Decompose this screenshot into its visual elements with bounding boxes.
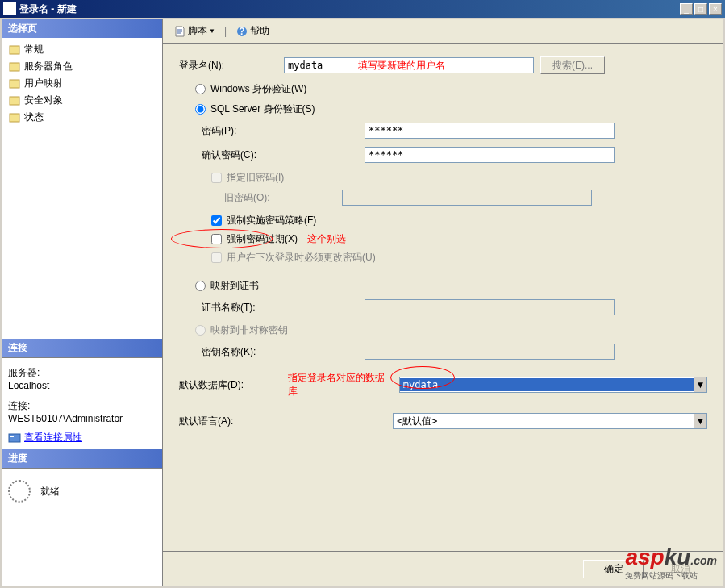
server-value: Localhost — [8, 380, 156, 391]
view-props-text: 查看连接属性 — [24, 431, 82, 444]
enforce-policy-row[interactable]: 强制实施密码策略(F) — [179, 214, 707, 227]
help-icon: ? — [235, 25, 248, 38]
progress-header: 进度 — [2, 449, 162, 468]
must-change-row: 用户在下次登录时必须更改密码(U) — [179, 251, 707, 265]
page-icon — [8, 94, 21, 107]
page-icon — [8, 60, 21, 73]
map-cert-radio-row[interactable]: 映射到证书 — [179, 279, 707, 293]
must-change-label: 用户在下次登录时必须更改密码(U) — [227, 251, 376, 265]
chevron-down-icon[interactable]: ▼ — [694, 377, 706, 392]
specify-old-password-label: 指定旧密码(I) — [227, 171, 284, 185]
watermark-brand1: asp — [625, 544, 664, 569]
sql-auth-radio-row[interactable]: SQL Server 身份验证(S) — [179, 102, 707, 116]
script-button[interactable]: 脚本 ▼ — [168, 22, 221, 40]
right-panel: 脚本 ▼ | ? 帮助 登录名(N): 填写要新建的用户名 搜索(E)... W… — [163, 19, 723, 586]
default-db-value: mydata — [400, 378, 694, 391]
script-label: 脚本 — [188, 24, 207, 38]
window-controls: _ □ × — [680, 3, 722, 15]
password-input[interactable] — [365, 123, 615, 139]
enforce-expiry-row[interactable]: 强制密码过期(X) 这个别选 — [179, 232, 707, 246]
must-change-checkbox — [211, 252, 222, 263]
windows-auth-radio[interactable] — [195, 84, 206, 94]
watermark: aspku.com 免费网站源码下载站 — [625, 544, 717, 582]
enforce-policy-label: 强制实施密码策略(F) — [227, 214, 316, 227]
map-asym-label: 映射到非对称密钥 — [210, 323, 288, 337]
specify-old-password-row: 指定旧密码(I) — [179, 171, 707, 185]
confirm-password-label: 确认密码(C): — [179, 148, 284, 162]
titlebar: 登录名 - 新建 _ □ × — [0, 0, 725, 18]
maximize-button[interactable]: □ — [694, 3, 707, 15]
toolbar-separator: | — [224, 26, 227, 37]
form-area: 登录名(N): 填写要新建的用户名 搜索(E)... Windows 身份验证(… — [163, 44, 723, 551]
old-password-input — [342, 190, 592, 206]
connection-header: 连接 — [2, 339, 162, 357]
confirm-password-input[interactable] — [365, 147, 615, 163]
svg-text:?: ? — [239, 26, 244, 37]
enforce-expiry-checkbox[interactable] — [211, 234, 222, 244]
connection-section: 服务器: Localhost 连接: WEST50107\Administrat… — [2, 357, 162, 449]
minimize-button[interactable]: _ — [680, 3, 693, 15]
db-annotation: 指定登录名对应的数据库 — [288, 371, 392, 398]
login-name-label: 登录名(N): — [179, 59, 284, 73]
help-button[interactable]: ? 帮助 — [230, 22, 275, 40]
default-lang-combo[interactable]: <默认值> ▼ — [393, 413, 707, 429]
sql-auth-radio[interactable] — [195, 104, 206, 115]
view-connection-properties-link[interactable]: 查看连接属性 — [8, 431, 156, 444]
help-label: 帮助 — [250, 24, 269, 38]
page-icon — [8, 44, 21, 56]
properties-icon — [8, 432, 21, 444]
page-icon — [8, 111, 21, 124]
chevron-down-icon: ▼ — [209, 27, 215, 35]
svg-rect-0 — [10, 46, 19, 54]
sidebar-item-status[interactable]: 状态 — [5, 109, 159, 126]
sidebar-item-label: 安全对象 — [24, 94, 63, 107]
watermark-brand2: ku — [665, 544, 691, 569]
page-list: 常规 服务器角色 用户映射 安全对象 状态 — [2, 38, 162, 339]
server-label: 服务器: — [8, 366, 156, 380]
watermark-sub: 免费网站源码下载站 — [625, 570, 717, 582]
svg-rect-6 — [10, 436, 14, 437]
password-label: 密码(P): — [179, 124, 284, 138]
chevron-down-icon[interactable]: ▼ — [694, 414, 706, 428]
login-name-input[interactable] — [284, 57, 534, 73]
sql-auth-label: SQL Server 身份验证(S) — [210, 102, 315, 116]
specify-old-password-checkbox — [211, 173, 222, 183]
map-asym-radio-row: 映射到非对称密钥 — [179, 323, 707, 337]
page-icon — [8, 77, 21, 90]
enforce-expiry-label: 强制密码过期(X) — [227, 232, 298, 246]
app-icon — [3, 2, 16, 15]
pages-header: 选择页 — [2, 19, 162, 38]
sidebar-item-label: 服务器角色 — [24, 60, 73, 73]
progress-spinner-icon — [8, 480, 31, 503]
sidebar-item-securables[interactable]: 安全对象 — [5, 92, 159, 109]
default-db-combo[interactable]: mydata ▼ — [399, 377, 707, 393]
sidebar-item-user-mapping[interactable]: 用户映射 — [5, 75, 159, 92]
connection-label: 连接: — [8, 399, 156, 413]
search-button[interactable]: 搜索(E)... — [540, 56, 605, 74]
script-icon — [173, 25, 186, 38]
progress-section: 就绪 — [2, 468, 162, 586]
key-name-input — [365, 344, 615, 360]
watermark-domain: .com — [690, 554, 717, 567]
progress-status: 就绪 — [40, 485, 60, 498]
sidebar-item-label: 状态 — [24, 111, 44, 124]
connection-value: WEST50107\Administrator — [8, 413, 156, 424]
sidebar-item-label: 用户映射 — [24, 77, 63, 90]
default-lang-label: 默认语言(A): — [179, 415, 284, 428]
svg-rect-5 — [9, 434, 20, 442]
svg-rect-3 — [10, 97, 19, 105]
map-cert-radio[interactable] — [195, 281, 206, 291]
window-title: 登录名 - 新建 — [19, 2, 680, 16]
svg-rect-1 — [10, 63, 19, 71]
sidebar-item-general[interactable]: 常规 — [5, 41, 159, 58]
map-cert-label: 映射到证书 — [210, 279, 259, 293]
close-button[interactable]: × — [709, 3, 722, 15]
enforce-policy-checkbox[interactable] — [211, 215, 222, 226]
svg-rect-2 — [10, 80, 19, 88]
expiry-annotation: 这个别选 — [307, 232, 346, 246]
sidebar-item-server-roles[interactable]: 服务器角色 — [5, 58, 159, 75]
toolbar: 脚本 ▼ | ? 帮助 — [163, 19, 723, 44]
windows-auth-radio-row[interactable]: Windows 身份验证(W) — [179, 82, 707, 96]
svg-rect-4 — [10, 114, 19, 122]
default-lang-value: <默认值> — [394, 414, 694, 429]
